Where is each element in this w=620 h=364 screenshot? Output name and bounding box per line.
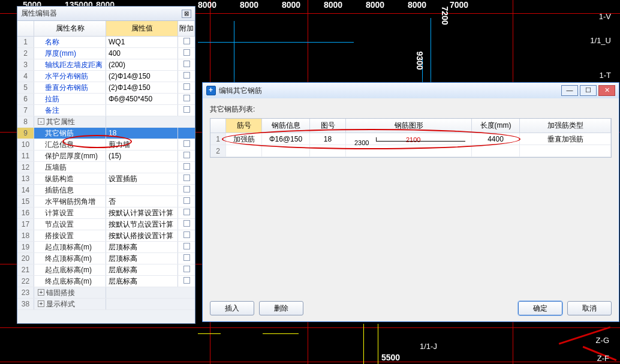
- checkbox[interactable]: [183, 186, 190, 192]
- property-value[interactable]: 层顶标高: [106, 253, 178, 264]
- checkbox[interactable]: [183, 175, 190, 181]
- property-value[interactable]: 按默认搭接设置计算: [106, 230, 178, 241]
- checkbox[interactable]: [183, 152, 190, 158]
- property-value[interactable]: 按默认节点设置计算: [106, 219, 178, 230]
- property-row[interactable]: 20终点顶标高(m)层顶标高: [17, 253, 195, 264]
- checkbox[interactable]: [183, 49, 190, 56]
- property-row[interactable]: 23+锚固搭接: [17, 287, 195, 299]
- type-cell[interactable]: 垂直加强筋: [520, 133, 611, 145]
- checkbox[interactable]: [183, 61, 190, 67]
- property-row[interactable]: 6拉筋Φ6@450*450: [17, 94, 195, 105]
- property-value[interactable]: 18: [106, 128, 178, 139]
- checkbox[interactable]: [183, 277, 190, 284]
- col-draw-no[interactable]: 图号: [310, 119, 346, 133]
- rebar-row[interactable]: 2: [210, 145, 611, 157]
- shape-cell[interactable]: 23002100: [346, 133, 472, 145]
- minimize-icon[interactable]: —: [561, 85, 578, 96]
- property-editor-titlebar[interactable]: 属性编辑器 ⊠: [17, 7, 195, 21]
- close-icon[interactable]: ⊠: [182, 10, 191, 18]
- property-row[interactable]: 12压墙筋: [17, 162, 195, 173]
- property-value[interactable]: 按默认计算设置计算: [106, 207, 178, 218]
- type-cell[interactable]: [520, 145, 611, 157]
- draw-no-cell[interactable]: 18: [310, 133, 346, 145]
- property-row[interactable]: 15水平钢筋拐角增否: [17, 196, 195, 207]
- property-value[interactable]: 剪力墙: [106, 139, 178, 150]
- rebar-row[interactable]: 1加强筋Φ16@15018230021004400垂直加强筋: [210, 133, 611, 145]
- col-rebar-id[interactable]: 筋号: [226, 119, 262, 133]
- property-value[interactable]: (15): [106, 151, 178, 161]
- property-value[interactable]: (2)Φ14@150: [106, 71, 178, 82]
- property-row[interactable]: 4水平分布钢筋(2)Φ14@150: [17, 71, 195, 82]
- property-row[interactable]: 17节点设置按默认节点设置计算: [17, 219, 195, 230]
- checkbox[interactable]: [183, 266, 190, 272]
- shape-cell[interactable]: [346, 145, 472, 157]
- rebar-editor-titlebar[interactable]: 编辑其它钢筋 — ☐ ✕: [203, 83, 619, 98]
- checkbox[interactable]: [183, 140, 190, 147]
- cancel-button[interactable]: 取消: [567, 301, 612, 315]
- property-value[interactable]: 层底标高: [106, 276, 178, 287]
- ok-button[interactable]: 确定: [518, 301, 562, 315]
- checkbox[interactable]: [183, 38, 190, 44]
- col-extra[interactable]: 附加: [178, 21, 195, 36]
- checkbox[interactable]: [183, 220, 190, 227]
- rebar-id-cell[interactable]: [226, 145, 262, 157]
- draw-no-cell[interactable]: [310, 145, 346, 157]
- col-length[interactable]: 长度(mm): [472, 119, 520, 133]
- property-row[interactable]: 18搭接设置按默认搭接设置计算: [17, 230, 195, 242]
- property-value[interactable]: 否: [106, 196, 178, 207]
- col-shape[interactable]: 钢筋图形: [346, 119, 472, 133]
- rebar-info-cell[interactable]: Φ16@150: [262, 133, 310, 145]
- checkbox[interactable]: [183, 243, 190, 249]
- property-row[interactable]: 8-其它属性: [17, 116, 195, 128]
- checkbox[interactable]: [183, 106, 190, 113]
- property-value[interactable]: WQ1: [106, 37, 178, 47]
- tree-toggle-icon[interactable]: +: [38, 289, 44, 296]
- rebar-info-cell[interactable]: [262, 145, 310, 157]
- property-value[interactable]: 设置插筋: [106, 173, 178, 184]
- checkbox[interactable]: [183, 163, 190, 170]
- property-value[interactable]: (200): [106, 59, 178, 70]
- checkbox[interactable]: [183, 72, 190, 79]
- col-type[interactable]: 加强筋类型: [520, 119, 611, 133]
- property-row[interactable]: 14插筋信息: [17, 185, 195, 196]
- col-value[interactable]: 属性值: [106, 21, 178, 36]
- length-cell[interactable]: 4400: [472, 133, 520, 145]
- checkbox[interactable]: [183, 83, 190, 90]
- property-row[interactable]: 7备注: [17, 105, 195, 116]
- checkbox[interactable]: [183, 95, 190, 101]
- property-value[interactable]: [106, 162, 178, 173]
- property-row[interactable]: 19起点顶标高(m)层顶标高: [17, 242, 195, 253]
- tree-toggle-icon[interactable]: -: [38, 118, 44, 125]
- col-rebar-info[interactable]: 钢筋信息: [262, 119, 310, 133]
- property-row[interactable]: 16计算设置按默认计算设置计算: [17, 207, 195, 219]
- property-row[interactable]: 9其它钢筋18: [17, 128, 195, 139]
- property-value[interactable]: [106, 185, 178, 195]
- property-row[interactable]: 11保护层厚度(mm)(15): [17, 151, 195, 162]
- checkbox[interactable]: [183, 231, 190, 238]
- tree-toggle-icon[interactable]: +: [38, 300, 44, 307]
- property-value[interactable]: 层底标高: [106, 264, 178, 275]
- property-value[interactable]: (2)Φ14@150: [106, 82, 178, 93]
- property-value[interactable]: Φ6@450*450: [106, 94, 178, 104]
- close-icon[interactable]: ✕: [598, 85, 615, 96]
- property-value[interactable]: 层顶标高: [106, 242, 178, 252]
- property-row[interactable]: 22终点底标高(m)层底标高: [17, 276, 195, 287]
- property-row[interactable]: 2厚度(mm)400: [17, 48, 195, 59]
- property-row[interactable]: 1名称WQ1: [17, 37, 195, 48]
- maximize-icon[interactable]: ☐: [580, 85, 597, 96]
- property-grid-body[interactable]: 1名称WQ12厚度(mm)4003轴线距左墙皮距离(200)4水平分布钢筋(2)…: [17, 37, 195, 310]
- property-row[interactable]: 21起点底标高(m)层底标高: [17, 264, 195, 276]
- property-row[interactable]: 5垂直分布钢筋(2)Φ14@150: [17, 82, 195, 94]
- insert-button[interactable]: 插入: [210, 301, 254, 315]
- property-value[interactable]: 400: [106, 48, 178, 59]
- property-value[interactable]: [106, 105, 178, 116]
- rebar-id-cell[interactable]: 加强筋: [226, 133, 262, 145]
- checkbox[interactable]: [183, 254, 190, 261]
- property-row[interactable]: 3轴线距左墙皮距离(200): [17, 59, 195, 71]
- checkbox[interactable]: [183, 209, 190, 215]
- delete-button[interactable]: 删除: [259, 301, 303, 315]
- property-row[interactable]: 38+显示样式: [17, 299, 195, 310]
- checkbox[interactable]: [183, 197, 190, 204]
- property-row[interactable]: 10汇总信息剪力墙: [17, 139, 195, 151]
- length-cell[interactable]: [472, 145, 520, 157]
